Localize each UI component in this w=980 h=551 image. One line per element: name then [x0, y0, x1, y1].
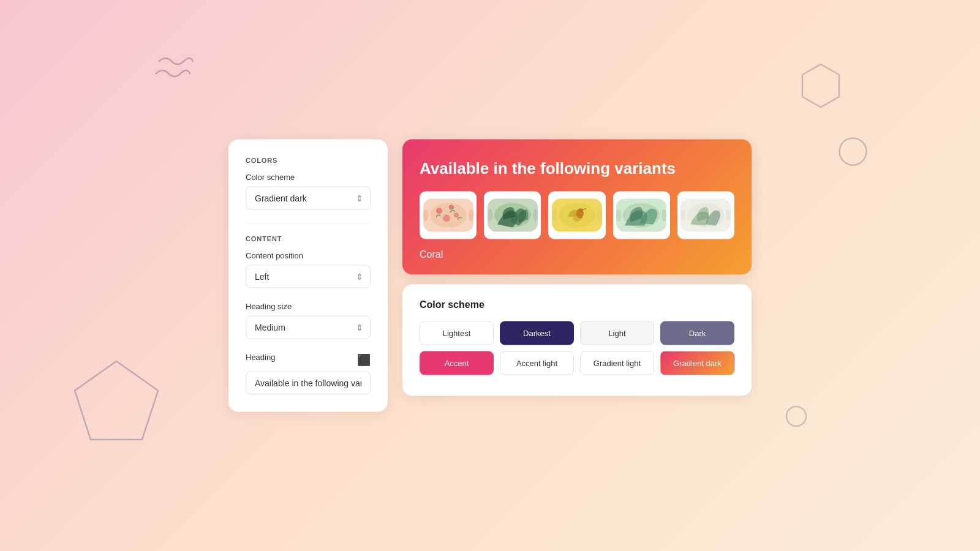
product-image-4[interactable] — [613, 192, 670, 239]
scheme-btn-accent[interactable]: Accent — [420, 351, 494, 375]
content-position-select-wrapper: Left Center Right ⇕ — [246, 265, 371, 288]
svg-point-11 — [469, 209, 473, 222]
pillow-svg-1 — [421, 194, 476, 237]
svg-point-1 — [840, 138, 867, 165]
heading-size-select[interactable]: Small Medium Large — [246, 316, 371, 339]
svg-point-24 — [616, 209, 621, 222]
svg-marker-0 — [802, 64, 839, 107]
svg-point-29 — [726, 209, 731, 222]
pillow-svg-3 — [549, 194, 605, 237]
product-label: Coral — [420, 249, 734, 260]
right-panel: Available in the following variants — [402, 140, 752, 396]
color-scheme-title: Color scheme — [420, 299, 734, 310]
pillow-svg-2 — [485, 194, 540, 237]
svg-point-19 — [579, 209, 583, 212]
product-images-row — [420, 192, 734, 239]
circle-sm-decoration — [784, 404, 809, 429]
pentagon-decoration — [67, 355, 165, 453]
scheme-buttons-row-2: Accent Accent light Gradient light Gradi… — [420, 351, 734, 375]
svg-marker-2 — [75, 361, 158, 440]
colors-section-label: COLORS — [246, 157, 371, 164]
heading-label: Heading — [246, 353, 275, 362]
scheme-btn-gradient-dark[interactable]: Gradient dark — [660, 351, 734, 375]
content-section-label: CONTENT — [246, 235, 371, 242]
svg-point-15 — [533, 209, 538, 222]
content-position-select[interactable]: Left Center Right — [246, 265, 371, 288]
scheme-btn-light[interactable]: Light — [580, 321, 654, 345]
scheme-btn-dark[interactable]: Dark — [660, 321, 734, 345]
main-layout: COLORS Color scheme Gradient dark Lighte… — [228, 140, 752, 412]
left-panel: COLORS Color scheme Gradient dark Lighte… — [228, 140, 388, 412]
svg-point-9 — [454, 213, 459, 218]
heading-input[interactable] — [246, 372, 371, 395]
svg-point-10 — [423, 209, 428, 222]
heading-size-label: Heading size — [246, 302, 371, 311]
content-position-label: Content position — [246, 251, 371, 260]
squiggle-decoration — [147, 49, 196, 98]
preview-heading: Available in the following variants — [420, 159, 734, 178]
section-divider — [246, 223, 371, 224]
product-image-5[interactable] — [677, 192, 734, 239]
svg-point-3 — [786, 407, 806, 426]
color-scheme-label: Color scheme — [246, 173, 371, 182]
svg-point-20 — [552, 209, 557, 222]
pillow-svg-5 — [678, 194, 733, 237]
heading-size-select-wrapper: Small Medium Large ⇕ — [246, 316, 371, 339]
scheme-btn-accent-light[interactable]: Accent light — [500, 351, 574, 375]
color-scheme-panel: Color scheme Lightest Darkest Light Dark… — [402, 285, 752, 396]
preview-card: Available in the following variants — [402, 140, 752, 275]
svg-point-28 — [680, 209, 685, 222]
svg-point-6 — [436, 208, 442, 214]
scheme-btn-lightest[interactable]: Lightest — [420, 321, 494, 345]
scheme-btn-darkest[interactable]: Darkest — [500, 321, 574, 345]
product-image-2[interactable] — [484, 192, 541, 239]
hexagon-decoration — [796, 61, 845, 110]
svg-point-21 — [597, 209, 602, 222]
color-scheme-select-wrapper: Gradient dark Lightest Light Dark Darkes… — [246, 187, 371, 210]
color-scheme-select[interactable]: Gradient dark Lightest Light Dark Darkes… — [246, 187, 371, 210]
pillow-svg-4 — [614, 194, 669, 237]
svg-point-14 — [488, 209, 492, 222]
svg-point-7 — [449, 205, 454, 210]
circle-decoration — [836, 135, 870, 168]
scheme-buttons-row-1: Lightest Darkest Light Dark — [420, 321, 734, 345]
stack-icon: ⬛ — [357, 353, 371, 366]
scheme-btn-gradient-light[interactable]: Gradient light — [580, 351, 654, 375]
heading-label-row: Heading ⬛ — [246, 353, 371, 367]
product-image-1[interactable] — [420, 192, 477, 239]
product-image-3[interactable] — [548, 192, 605, 239]
svg-point-25 — [662, 209, 666, 222]
svg-point-8 — [443, 215, 450, 222]
